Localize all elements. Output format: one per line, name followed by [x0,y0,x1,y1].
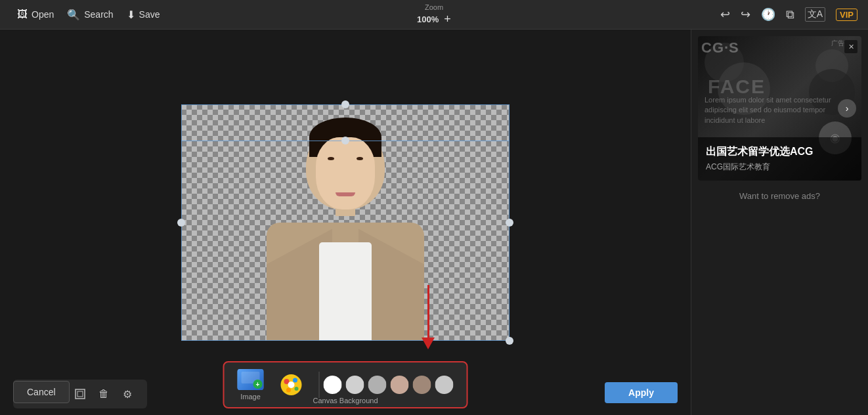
translate-button[interactable]: 文A [805,7,825,22]
search-button[interactable]: 🔍 Search [60,6,119,24]
person-silhouette [253,118,437,341]
ad-text-overlay: 出国艺术留学优选ACG ACG国际艺术教育 [698,137,861,181]
svg-rect-3 [76,389,85,399]
divider [319,372,320,398]
handle-top-line-center[interactable] [341,137,349,144]
svg-point-10 [288,382,295,388]
color-swatch-tan[interactable] [391,376,409,394]
ad-banner: CG·S FACE Lorem ipsum dolor sit amet con… [698,36,861,181]
person-face [316,137,375,209]
person-mouth [336,192,355,196]
search-icon: 🔍 [67,9,80,21]
delete-tool-button[interactable]: 🗑 [95,385,113,403]
vip-badge[interactable]: VIP [836,9,857,21]
handle-mid-right[interactable] [506,219,513,227]
ad-label: 广告 [831,39,844,48]
history-button[interactable]: 🕐 [761,7,775,22]
zoom-value: 100% [417,14,439,24]
image-bg-icon: + [238,369,264,390]
person-body [267,216,424,341]
main-toolbar: 🖼 Open 🔍 Search ⬇ Save Zoom 100% + ↩ ↪ 🕐… [0,0,868,30]
color-swatch-light-gray[interactable] [346,376,364,394]
toolbar-right: ↩ ↪ 🕐 ⧉ 文A VIP [720,7,857,22]
svg-rect-4 [77,391,83,397]
settings-tool-button[interactable]: ⚙ [118,385,137,403]
ad-subtitle: ACG国际艺术教育 [706,162,854,173]
canvas-bg-label: Canvas Background [313,397,378,404]
handle-mid-left[interactable] [177,219,185,227]
color-swatch-medium-gray[interactable] [368,376,387,394]
zoom-label: Zoom [425,3,443,11]
zoom-control: Zoom 100% + [417,3,451,26]
palette-icon [280,373,303,397]
eye-right [357,157,363,160]
open-label: Open [32,9,54,20]
ad-image: CG·S FACE Lorem ipsum dolor sit amet con… [698,36,861,181]
handle-bottom-right[interactable] [506,337,513,345]
ad-title: 出国艺术留学优选ACG [706,145,854,159]
canvas-image-wrapper [181,104,510,341]
color-swatch-brown[interactable] [413,376,431,394]
svg-point-7 [293,378,297,383]
redo-button[interactable]: ↪ [741,7,750,22]
frame-tool-button[interactable] [71,385,89,403]
color-swatch-silver[interactable] [435,376,454,394]
svg-point-9 [286,388,291,393]
image-background-option[interactable]: + Image [238,369,264,401]
add-image-icon: + [253,380,263,389]
open-icon: 🖼 [17,9,28,20]
ad-close-button[interactable]: ✕ [844,40,857,53]
open-button[interactable]: 🖼 Open [11,6,60,23]
palette-icon-container [280,373,303,397]
save-label: Save [139,9,160,20]
layers-button[interactable]: ⧉ [786,8,794,22]
color-swatches-row [319,372,454,398]
main-area: 🗑 ⚙ Cancel + Image [0,30,868,415]
canvas-area: 🗑 ⚙ Cancel + Image [0,30,691,415]
image-option-label: Image [240,393,261,401]
handle-top-center[interactable] [341,100,349,108]
background-selector-panel: + Image [223,361,468,408]
remove-ads-text: Want to remove ads? [739,191,820,201]
undo-button[interactable]: ↩ [720,7,730,22]
zoom-plus-button[interactable]: + [444,12,451,26]
svg-point-8 [295,387,299,391]
cancel-button[interactable]: Cancel [13,381,70,403]
right-sidebar: CG·S FACE Lorem ipsum dolor sit amet con… [691,30,868,415]
save-button[interactable]: ⬇ Save [120,6,167,24]
eye-left [328,157,334,160]
apply-button[interactable]: Apply [605,382,678,403]
save-icon: ⬇ [127,9,135,21]
person-shirt [319,242,372,341]
color-swatch-white[interactable] [324,376,342,394]
search-label: Search [84,9,113,20]
ad-label-text: 广告 [831,39,844,47]
ad-next-button[interactable]: › [838,99,856,118]
